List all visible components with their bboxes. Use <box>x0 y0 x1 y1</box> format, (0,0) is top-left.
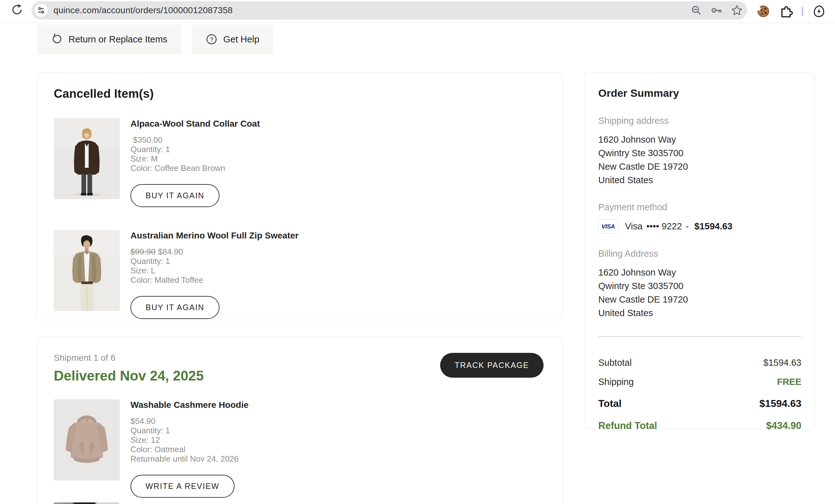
browser-toolbar: quince.com/account/orders/10000012087358 <box>0 0 835 23</box>
product-color: Color: Coffee Bean Brown <box>130 163 260 173</box>
address-line: New Castle DE 19720 <box>598 293 801 306</box>
payment-method-row: VISA Visa •••• 9222 - $1594.63 <box>598 219 801 233</box>
card-brand: Visa <box>625 221 643 232</box>
shipping-label: Shipping <box>598 377 634 387</box>
address-line: 1620 Johnson Way <box>598 266 801 279</box>
order-summary-card: Order Summary Shipping address 1620 John… <box>585 72 815 429</box>
reload-button[interactable] <box>9 2 25 18</box>
product-info: Alpaca-Wool Stand Collar Coat $350.00 Qu… <box>130 118 260 207</box>
shipping-address: 1620 Johnson Way Qwintry Ste 3035700 New… <box>598 133 801 187</box>
subtotal-row: Subtotal $1594.63 <box>598 358 801 368</box>
site-settings-icon <box>37 6 45 15</box>
shipment-card: Shipment 1 of 6 Delivered Nov 24, 2025 T… <box>37 337 563 504</box>
url-bar[interactable]: quince.com/account/orders/10000012087358 <box>32 1 747 20</box>
subtotal-value: $1594.63 <box>763 358 801 368</box>
track-package-button[interactable]: TRACK PACKAGE <box>440 353 544 378</box>
buy-it-again-button[interactable]: BUY IT AGAIN <box>130 296 220 319</box>
energy-leaf-extension-icon[interactable] <box>812 4 826 18</box>
total-value: $1594.63 <box>759 398 801 410</box>
address-line: Qwintry Ste 3035700 <box>598 279 801 293</box>
cancelled-items-card: Cancelled Item(s) <box>37 72 563 320</box>
product-name[interactable]: Australian Merino Wool Full Zip Sweater <box>130 231 299 241</box>
product-image-merino-sweater[interactable] <box>54 230 120 311</box>
product-price: $54.90 <box>130 416 249 426</box>
billing-address: 1620 Johnson Way Qwintry Ste 3035700 New… <box>598 266 801 320</box>
product-info: Australian Merino Wool Full Zip Sweater … <box>130 230 299 319</box>
billing-address-label: Billing Address <box>598 249 801 259</box>
refund-total-value: $434.90 <box>766 420 801 432</box>
cookie-extension-icon[interactable] <box>756 4 770 18</box>
toolbar-divider <box>802 7 803 16</box>
product-price-current: $84.90 <box>158 247 183 256</box>
address-line: United States <box>598 306 801 320</box>
product-price: $99.90$84.90 <box>130 247 299 256</box>
return-or-replace-button[interactable]: Return or Replace Items <box>37 24 181 54</box>
subtotal-label: Subtotal <box>598 358 632 368</box>
bookmark-star-icon[interactable] <box>731 4 743 16</box>
site-settings-button[interactable] <box>35 4 48 17</box>
return-rotate-icon <box>51 33 63 45</box>
shipment-header: Shipment 1 of 6 Delivered Nov 24, 2025 T… <box>54 353 544 384</box>
payment-method-label: Payment method <box>598 202 801 212</box>
product-quantity: Quantity: 1 <box>130 256 299 266</box>
payment-separator: - <box>686 221 689 232</box>
shipment-count-label: Shipment 1 of 6 <box>54 353 204 363</box>
product-size: Size: M <box>130 154 260 163</box>
shipment-item-row: Washable Cashmere Hoodie $54.90 Quantity… <box>54 399 544 498</box>
product-name[interactable]: Alpaca-Wool Stand Collar Coat <box>130 119 260 129</box>
return-or-replace-label: Return or Replace Items <box>68 34 167 45</box>
product-size: Size: 12 <box>130 435 249 445</box>
cancelled-items-title: Cancelled Item(s) <box>54 87 546 101</box>
reload-icon <box>11 3 24 17</box>
card-masked-number: •••• 9222 <box>646 221 682 232</box>
product-quantity: Quantity: 1 <box>130 145 260 154</box>
buy-it-again-button[interactable]: BUY IT AGAIN <box>130 184 220 207</box>
svg-text:?: ? <box>210 37 213 43</box>
order-details-page: quince.com/account/orders/10000012087358 <box>0 0 835 504</box>
product-returnable: Returnable until Nov 24, 2026 <box>130 454 249 463</box>
summary-divider <box>598 336 801 337</box>
address-line: Qwintry Ste 3035700 <box>598 146 801 160</box>
order-actions: Return or Replace Items ? Get Help <box>37 24 273 54</box>
visa-card-badge: VISA <box>598 219 618 233</box>
extensions-puzzle-icon[interactable] <box>779 4 793 18</box>
totals-section: Subtotal $1594.63 Shipping FREE Total $1… <box>598 358 801 432</box>
next-product-image-partial <box>54 502 119 504</box>
product-name[interactable]: Washable Cashmere Hoodie <box>130 400 249 410</box>
refund-total-row: Refund Total $434.90 <box>598 420 801 432</box>
address-line: 1620 Johnson Way <box>598 133 801 146</box>
shipping-address-label: Shipping address <box>598 115 801 126</box>
cancelled-item-row: Alpaca-Wool Stand Collar Coat $350.00 Qu… <box>54 118 546 207</box>
write-a-review-button[interactable]: WRITE A REVIEW <box>130 475 235 498</box>
address-line: New Castle DE 19720 <box>598 160 801 173</box>
shipping-value: FREE <box>777 377 801 387</box>
product-price-current: $350.00 <box>133 135 163 145</box>
delivery-status: Delivered Nov 24, 2025 <box>54 368 204 384</box>
product-image-alpaca-coat[interactable] <box>54 118 120 199</box>
address-line: United States <box>598 173 801 187</box>
refund-total-label: Refund Total <box>598 420 657 432</box>
order-summary-title: Order Summary <box>598 87 801 99</box>
zoom-out-icon[interactable] <box>691 5 702 16</box>
get-help-button[interactable]: ? Get Help <box>192 24 273 54</box>
product-color: Color: Malted Toffee <box>130 275 299 285</box>
payment-amount: $1594.63 <box>694 221 733 232</box>
product-color: Color: Oatmeal <box>130 445 249 454</box>
url-value[interactable]: quince.com/account/orders/10000012087358 <box>54 1 233 20</box>
help-question-icon: ? <box>206 33 218 45</box>
total-row: Total $1594.63 <box>598 398 801 410</box>
product-price-current: $54.90 <box>130 416 156 426</box>
password-key-icon[interactable] <box>710 4 723 17</box>
cancelled-item-row: Australian Merino Wool Full Zip Sweater … <box>54 230 546 319</box>
product-size: Size: L <box>130 266 299 275</box>
total-label: Total <box>598 398 622 410</box>
product-image-cashmere-hoodie[interactable] <box>54 399 120 480</box>
product-price: $350.00 <box>130 135 260 145</box>
get-help-label: Get Help <box>223 34 259 45</box>
product-quantity: Quantity: 1 <box>130 426 249 435</box>
shipping-row: Shipping FREE <box>598 377 801 387</box>
product-info: Washable Cashmere Hoodie $54.90 Quantity… <box>130 399 249 498</box>
product-price-old: $99.90 <box>130 247 156 256</box>
